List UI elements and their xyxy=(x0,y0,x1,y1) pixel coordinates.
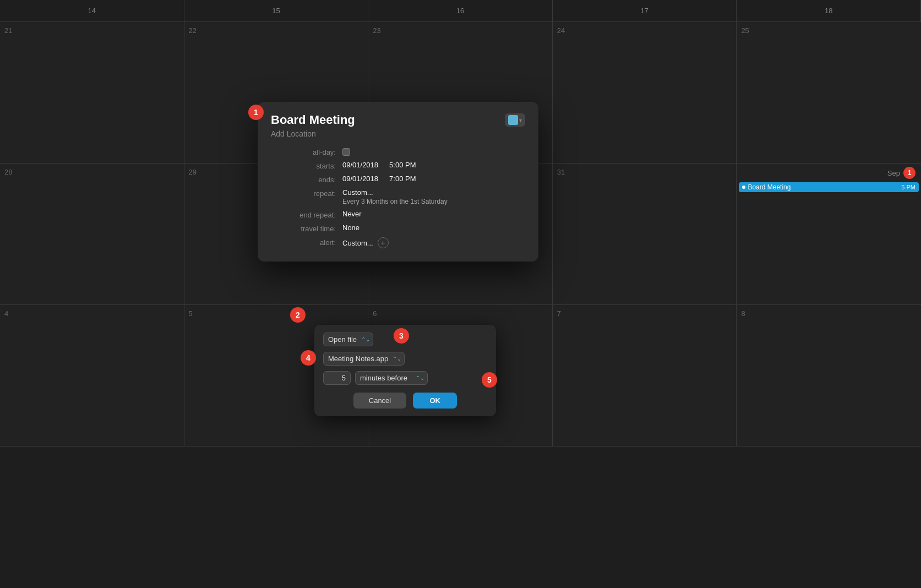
starts-label: starts: xyxy=(271,161,342,170)
event-dot xyxy=(742,186,745,189)
day-28[interactable]: 28 xyxy=(0,164,184,305)
ends-value[interactable]: 09/01/2018 7:00 PM xyxy=(342,175,525,183)
annotation-badge-3: 3 xyxy=(394,328,409,344)
annotation-badge-4: 4 xyxy=(301,350,316,366)
day-sep1-col[interactable]: Sep 1 Board Meeting 5 PM xyxy=(737,164,921,305)
annotation-badge-2: 2 xyxy=(290,307,306,323)
event-detail-dialog: Board Meeting ▾ Add Location all-day: st… xyxy=(258,102,538,262)
repeat-description: Every 3 Months on the 1st Saturday xyxy=(342,198,525,205)
sep-label-text: Sep xyxy=(887,169,900,177)
day-21[interactable]: 21 xyxy=(0,22,184,164)
ends-label: ends: xyxy=(271,175,342,184)
travel-time-label: travel time: xyxy=(271,224,342,233)
minutes-input[interactable] xyxy=(323,371,351,385)
day-8[interactable]: 8 xyxy=(737,305,921,447)
header-18: 18 xyxy=(737,0,921,22)
day-25-col[interactable]: 25 xyxy=(737,22,921,164)
event-name: Board Meeting xyxy=(748,183,901,191)
chevron-down-icon: ▾ xyxy=(519,117,522,123)
day-7[interactable]: 7 xyxy=(553,305,737,447)
header-14: 14 xyxy=(0,0,184,22)
day-24[interactable]: 24 xyxy=(553,22,737,164)
repeat-value[interactable]: Custom... xyxy=(342,188,525,197)
alert-label: alert: xyxy=(271,237,342,247)
cancel-button[interactable]: Cancel xyxy=(353,393,406,409)
all-day-label: all-day: xyxy=(271,147,342,156)
ends-date: 09/01/2018 xyxy=(342,175,378,183)
file-select-wrapper[interactable]: Meeting Notes.app xyxy=(323,352,405,366)
sep-badge: 1 xyxy=(903,167,915,179)
annotation-badge-1: 1 xyxy=(248,105,264,120)
ends-time: 7:00 PM xyxy=(389,175,416,183)
header-17: 17 xyxy=(553,0,737,22)
end-repeat-value[interactable]: Never xyxy=(342,210,525,218)
alert-type-wrapper[interactable]: Open file Message Email Sound None xyxy=(323,333,373,346)
header-16: 16 xyxy=(368,0,553,22)
repeat-label: repeat: xyxy=(271,188,342,198)
travel-time-value[interactable]: None xyxy=(342,224,525,232)
end-repeat-label: end repeat: xyxy=(271,210,342,219)
all-day-checkbox[interactable] xyxy=(342,148,350,156)
starts-value[interactable]: 09/01/2018 5:00 PM xyxy=(342,161,525,169)
starts-time: 5:00 PM xyxy=(389,161,416,169)
calendar-grid: 14 15 16 17 18 21 22 23 24 25 28 29 30 3… xyxy=(0,0,921,588)
alert-type-select[interactable]: Open file Message Email Sound None xyxy=(323,333,373,346)
calendar-color-button[interactable]: ▾ xyxy=(505,113,525,127)
add-alert-button[interactable]: + xyxy=(378,237,389,248)
timing-select-wrapper[interactable]: minutes before hours before days before … xyxy=(355,371,428,385)
day-31[interactable]: 31 xyxy=(553,164,737,305)
day-4[interactable]: 4 xyxy=(0,305,184,447)
annotation-badge-5: 5 xyxy=(482,372,497,388)
event-title: Board Meeting xyxy=(271,113,355,127)
location-placeholder[interactable]: Add Location xyxy=(271,129,525,138)
alert-value[interactable]: Custom... xyxy=(342,239,373,247)
ok-button[interactable]: OK xyxy=(413,393,457,409)
starts-date: 09/01/2018 xyxy=(342,161,378,169)
board-meeting-event[interactable]: Board Meeting 5 PM xyxy=(739,182,919,192)
event-time: 5 PM xyxy=(901,184,915,190)
file-select[interactable]: Meeting Notes.app xyxy=(323,352,405,366)
header-15: 15 xyxy=(184,0,369,22)
timing-select[interactable]: minutes before hours before days before … xyxy=(355,371,428,385)
color-swatch xyxy=(508,115,518,125)
